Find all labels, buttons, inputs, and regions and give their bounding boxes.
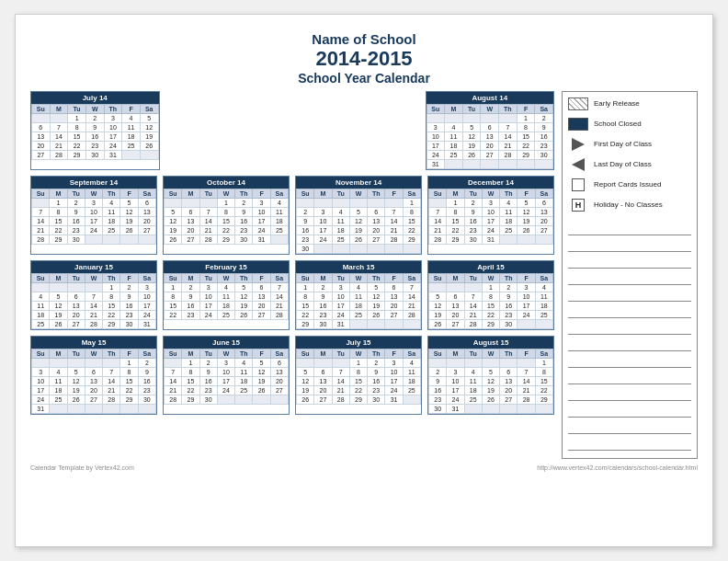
cal-day: 6 <box>314 368 332 377</box>
cal-day: 9 <box>314 292 332 302</box>
cal-day: 29 <box>103 320 120 329</box>
month-july-15: July 15SuMTuWThFSa1234567891011121314151… <box>295 336 422 415</box>
cal-day: 3 <box>332 283 349 292</box>
cal-day: 11 <box>464 377 482 386</box>
month-header: February 15 <box>164 261 289 273</box>
cal-day: 27 <box>500 395 518 405</box>
cal-day: 22 <box>165 311 182 320</box>
cal-day: 16 <box>535 132 553 142</box>
cal-day: 28 <box>32 235 50 245</box>
cal-day: 30 <box>500 320 518 329</box>
cal-day: 25 <box>217 311 234 320</box>
cal-day: 28 <box>50 151 68 160</box>
cal-day: 16 <box>464 217 482 226</box>
cal-day: 5 <box>518 199 535 208</box>
cal-day: 18 <box>332 226 349 235</box>
cal-day: 15 <box>447 217 464 226</box>
cal-day: 20 <box>314 386 332 395</box>
cal-day: 12 <box>462 132 481 142</box>
cal-day: 23 <box>464 226 482 235</box>
cal-day: 19 <box>518 217 535 226</box>
cal-day: 12 <box>140 123 158 132</box>
cal-day: 17 <box>518 302 535 311</box>
cal-day: 18 <box>217 302 234 311</box>
cal-day: 17 <box>332 302 349 311</box>
first-day-icon <box>568 138 588 151</box>
cal-day: 15 <box>103 302 120 311</box>
cal-day: 6 <box>85 368 102 377</box>
cal-day: 25 <box>235 386 253 395</box>
cal-day: 30 <box>138 395 155 405</box>
cal-day <box>368 245 385 254</box>
cal-day: 11 <box>32 302 50 311</box>
cal-day: 22 <box>68 142 86 151</box>
cal-day: 23 <box>67 226 85 235</box>
month-december-14: December 14SuMTuWThFSa123456789101112131… <box>427 176 554 255</box>
cal-day: 16 <box>297 226 314 235</box>
footer-right: http://www.vertex42.com/calendars/school… <box>537 464 698 471</box>
cal-day: 3 <box>199 283 217 292</box>
cal-day: 7 <box>332 368 349 377</box>
cal-day: 20 <box>32 142 51 151</box>
cal-day: 18 <box>445 142 463 151</box>
cal-day <box>403 395 420 405</box>
cal-day: 18 <box>103 217 120 226</box>
cal-day: 4 <box>103 199 120 208</box>
cal-day <box>500 405 518 414</box>
calendars-area: July 14SuMTuWThFSa1234567891011121314151… <box>30 91 554 459</box>
cal-day: 31 <box>427 160 445 169</box>
cal-day: 23 <box>235 226 253 235</box>
cal-day: 14 <box>385 217 403 226</box>
cal-day: 6 <box>447 292 464 302</box>
cal-day: 26 <box>235 311 253 320</box>
cal-day: 29 <box>50 235 67 245</box>
cal-day: 3 <box>253 199 270 208</box>
cal-day: 25 <box>464 395 482 405</box>
cal-day: 16 <box>199 377 217 386</box>
cal-day <box>50 359 67 368</box>
month-header: November 14 <box>296 177 421 189</box>
cal-day: 17 <box>314 226 332 235</box>
cal-day: 2 <box>535 114 553 123</box>
cal-day: 10 <box>518 292 535 302</box>
cal-day: 2 <box>429 368 447 377</box>
cal-day: 30 <box>535 151 553 160</box>
cal-day: 6 <box>368 208 385 217</box>
month-june-15: June 15SuMTuWThFSa1234567891011121314151… <box>163 336 290 415</box>
cal-day: 23 <box>535 142 553 151</box>
cal-day: 8 <box>68 123 86 132</box>
cal-day: 16 <box>368 377 385 386</box>
cal-day: 15 <box>217 217 234 226</box>
cal-day: 5 <box>297 368 314 377</box>
cal-day <box>165 199 182 208</box>
cal-day: 12 <box>349 217 367 226</box>
cal-day: 5 <box>235 283 253 292</box>
footer-left: Calendar Template by Vertex42.com <box>30 464 134 471</box>
cal-day: 22 <box>50 226 67 235</box>
cal-day: 7 <box>429 208 447 217</box>
cal-day: 22 <box>120 386 138 395</box>
cal-day: 23 <box>85 142 104 151</box>
cal-day: 30 <box>429 405 447 414</box>
cal-day: 23 <box>120 311 138 320</box>
calendar-row-1: July 14SuMTuWThFSa1234567891011121314151… <box>30 91 554 170</box>
cal-day: 24 <box>332 311 349 320</box>
cal-day: 16 <box>182 302 199 311</box>
cal-day: 12 <box>67 377 85 386</box>
cal-day: 8 <box>403 208 420 217</box>
cal-day: 25 <box>332 235 349 245</box>
cal-day: 9 <box>368 368 385 377</box>
cal-day: 17 <box>104 132 122 142</box>
cal-day <box>165 359 182 368</box>
cal-day: 25 <box>445 151 463 160</box>
cal-day: 27 <box>270 386 288 395</box>
cal-day: 25 <box>103 226 120 235</box>
cal-day: 15 <box>297 302 314 311</box>
legend-early-release: Early Release <box>568 97 691 110</box>
cal-day <box>535 160 553 169</box>
cal-day: 4 <box>349 283 367 292</box>
cal-day: 13 <box>253 292 270 302</box>
cal-day: 7 <box>199 208 217 217</box>
cal-day: 23 <box>297 235 314 245</box>
cal-day <box>481 160 499 169</box>
